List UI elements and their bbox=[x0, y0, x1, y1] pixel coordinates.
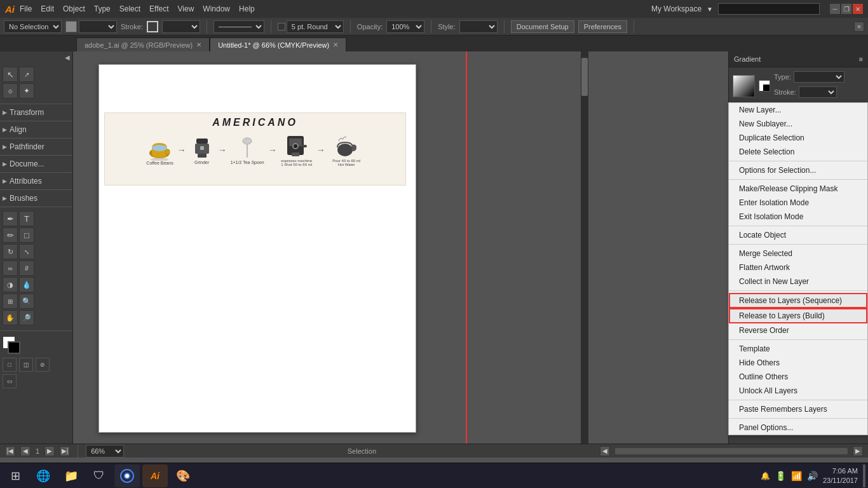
restore-button[interactable]: ❐ bbox=[841, 4, 851, 14]
toolbar-collapse-button[interactable]: ◀ bbox=[0, 54, 72, 65]
search-input[interactable] bbox=[718, 3, 820, 15]
menu-delete-selection[interactable]: Delete Selection bbox=[729, 145, 867, 159]
tab1-close-icon[interactable]: ✕ bbox=[196, 41, 201, 48]
pathfinder-panel-item[interactable]: ▶ Pathfinder bbox=[0, 141, 72, 152]
scale-tool[interactable]: ⤡ bbox=[19, 244, 34, 259]
file-explorer-icon[interactable]: 📁 bbox=[58, 464, 84, 487]
mesh-tool[interactable]: # bbox=[19, 261, 34, 276]
prev-page-button[interactable]: ◀ bbox=[20, 446, 31, 456]
menu-exit-isolation[interactable]: Exit Isolation Mode bbox=[729, 210, 867, 224]
document-setup-button[interactable]: Document Setup bbox=[511, 20, 574, 33]
menu-template[interactable]: Template bbox=[729, 342, 867, 356]
chrome-icon[interactable] bbox=[114, 464, 140, 487]
close-button[interactable]: ✕ bbox=[853, 4, 863, 14]
menu-duplicate-selection[interactable]: Duplicate Selection bbox=[729, 131, 867, 145]
fill-dropdown[interactable] bbox=[79, 20, 117, 33]
fill-stroke-toggle[interactable] bbox=[3, 336, 20, 354]
menu-effect[interactable]: Effect bbox=[149, 4, 168, 13]
illustrator-taskbar-icon[interactable]: Ai bbox=[142, 464, 168, 487]
gradient-tool[interactable]: ◑ bbox=[3, 277, 18, 292]
scroll-thumb[interactable] bbox=[581, 58, 588, 96]
menu-window[interactable]: Window bbox=[203, 4, 230, 13]
scroll-left-button[interactable]: ◀ bbox=[600, 446, 610, 456]
menu-view[interactable]: View bbox=[178, 4, 194, 13]
menu-enter-isolation[interactable]: Enter Isolation Mode bbox=[729, 196, 867, 210]
horizontal-scrollbar[interactable] bbox=[615, 448, 848, 454]
stroke-style-dropdown[interactable]: ──────── bbox=[214, 20, 264, 33]
gradient-alt-swatch[interactable] bbox=[759, 80, 770, 92]
panel-toggle-icon[interactable]: ≡ bbox=[854, 22, 864, 32]
menu-locate-object[interactable]: Locate Object bbox=[729, 228, 867, 242]
show-desktop-button[interactable] bbox=[863, 464, 865, 487]
menu-release-build[interactable]: Release to Layers (Build) bbox=[729, 308, 867, 323]
menu-select[interactable]: Select bbox=[119, 4, 140, 13]
vertical-scrollbar[interactable] bbox=[581, 51, 588, 444]
menu-release-sequence[interactable]: Release to Layers (Sequence) bbox=[729, 293, 867, 308]
paint-icon[interactable]: 🎨 bbox=[170, 464, 196, 487]
preferences-button[interactable]: Preferences bbox=[578, 20, 627, 33]
align-panel-item[interactable]: ▶ Align bbox=[0, 124, 72, 135]
shape-tool[interactable]: □ bbox=[19, 227, 34, 243]
blend-tool[interactable]: ∞ bbox=[3, 261, 18, 276]
menu-help[interactable]: Help bbox=[239, 4, 255, 13]
menu-edit[interactable]: Edit bbox=[41, 4, 54, 13]
menu-reverse-order[interactable]: Reverse Order bbox=[729, 323, 867, 337]
brushes-panel-item[interactable]: ▶ Brushes bbox=[0, 193, 72, 204]
menu-new-sublayer[interactable]: New Sublayer... bbox=[729, 117, 867, 131]
fill-color-swatch[interactable] bbox=[65, 21, 77, 32]
gradient-mode-icon[interactable]: ◫ bbox=[19, 358, 33, 372]
workspace-dropdown-icon[interactable]: ▼ bbox=[707, 6, 713, 13]
stroke-color-swatch[interactable] bbox=[147, 21, 158, 32]
panel-menu-icon[interactable]: ≡ bbox=[859, 55, 863, 63]
type-tool[interactable]: T bbox=[19, 211, 34, 226]
minimize-button[interactable]: ─ bbox=[830, 4, 840, 14]
zoom2-tool[interactable]: 🔎 bbox=[19, 310, 34, 325]
attributes-panel-item[interactable]: ▶ Attributes bbox=[0, 175, 72, 187]
artboard-tool[interactable]: ⊞ bbox=[3, 294, 18, 309]
tab-file2[interactable]: Untitled-1* @ 66% (CMYK/Preview) ✕ bbox=[210, 37, 346, 51]
tab2-close-icon[interactable]: ✕ bbox=[333, 41, 338, 48]
stroke-dropdown[interactable] bbox=[162, 20, 200, 33]
opacity-dropdown[interactable]: 100% bbox=[386, 20, 424, 33]
menu-flatten-artwork[interactable]: Flatten Artwork bbox=[729, 261, 867, 274]
gradient-type-dropdown[interactable] bbox=[794, 71, 844, 83]
menu-type[interactable]: Type bbox=[94, 4, 111, 13]
menu-new-layer[interactable]: New Layer... bbox=[729, 103, 867, 117]
menu-collect-new-layer[interactable]: Collect in New Layer bbox=[729, 274, 867, 288]
selection-dropdown[interactable]: No Selection bbox=[4, 20, 62, 33]
zoom-tool[interactable]: 🔍 bbox=[19, 294, 34, 309]
tab-file1[interactable]: adobe_1.ai @ 25% (RGB/Preview) ✕ bbox=[76, 37, 210, 51]
pencil-tool[interactable]: ✏ bbox=[3, 227, 18, 243]
hand-tool[interactable]: ✋ bbox=[3, 310, 18, 325]
workspace-label[interactable]: My Workspace bbox=[651, 4, 702, 13]
menu-hide-others[interactable]: Hide Others bbox=[729, 356, 867, 370]
magic-wand-tool[interactable]: ✦ bbox=[19, 83, 34, 98]
shield-icon[interactable]: 🛡 bbox=[86, 464, 112, 487]
menu-paste-remembers[interactable]: Paste Remembers Layers bbox=[729, 402, 867, 416]
rotate-tool[interactable]: ↻ bbox=[3, 244, 18, 259]
menu-object[interactable]: Object bbox=[63, 4, 85, 13]
direct-select-tool[interactable]: ↗ bbox=[19, 67, 34, 82]
eyedropper-tool[interactable]: 💧 bbox=[19, 277, 34, 292]
screen-mode-icon[interactable]: ▭ bbox=[3, 374, 17, 388]
first-page-button[interactable]: |◀ bbox=[5, 446, 15, 456]
transform-panel-item[interactable]: ▶ Transform bbox=[0, 107, 72, 118]
gradient-stroke-dropdown[interactable] bbox=[799, 86, 837, 98]
style-dropdown[interactable] bbox=[459, 20, 498, 33]
normal-mode-icon[interactable]: □ bbox=[3, 358, 17, 372]
menu-clipping-mask[interactable]: Make/Release Clipping Mask bbox=[729, 182, 867, 196]
menu-file[interactable]: File bbox=[20, 4, 32, 13]
menu-outline-others[interactable]: Outline Others bbox=[729, 370, 867, 384]
pen-tool[interactable]: ✒ bbox=[3, 211, 18, 226]
document-panel-item[interactable]: ▶ Docume... bbox=[0, 158, 72, 170]
menu-options-selection[interactable]: Options for Selection... bbox=[729, 163, 867, 177]
gradient-preview-swatch[interactable] bbox=[733, 75, 755, 97]
scroll-right-button[interactable]: ▶ bbox=[853, 446, 863, 456]
menu-panel-options[interactable]: Panel Options... bbox=[729, 421, 867, 435]
select-tool[interactable]: ↖ bbox=[3, 67, 18, 82]
artboard[interactable]: AMERICANO Coffee Beans bbox=[98, 64, 416, 433]
lasso-tool[interactable]: ⌾ bbox=[3, 83, 18, 98]
browser-icon[interactable]: 🌐 bbox=[31, 464, 56, 487]
none-mode-icon[interactable]: ⊘ bbox=[36, 358, 50, 372]
cap-dropdown[interactable]: 5 pt. Round bbox=[287, 20, 344, 33]
